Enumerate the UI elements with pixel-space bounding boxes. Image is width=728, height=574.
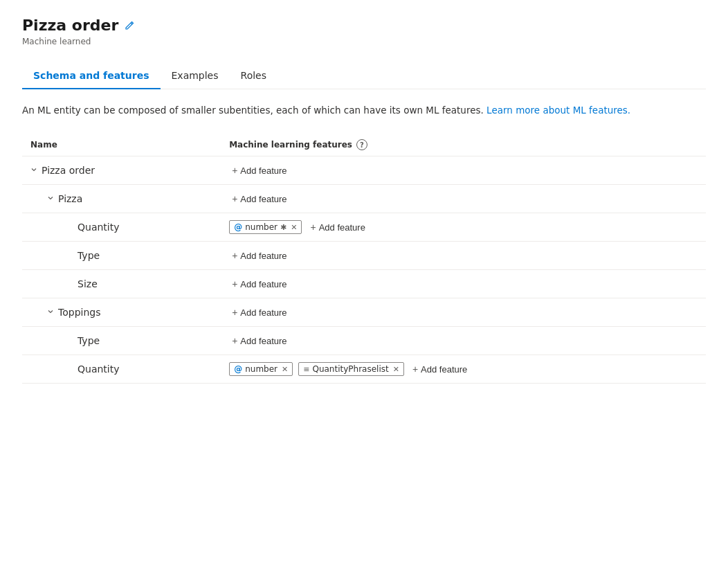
- row-features-cell: @number✱✕+Add feature: [221, 213, 706, 242]
- plus-icon: +: [232, 278, 237, 289]
- plus-icon: +: [310, 222, 316, 233]
- plus-icon: +: [232, 250, 237, 261]
- remove-feature-button[interactable]: ✕: [393, 365, 399, 374]
- row-name-label: Quantity: [78, 222, 120, 233]
- table-row: Type+Add feature: [22, 242, 706, 270]
- tab-schema-features[interactable]: Schema and features: [22, 63, 161, 89]
- row-name-cell: Type: [22, 242, 221, 270]
- chevron-down-icon[interactable]: [47, 195, 54, 204]
- table-row: Toppings+Add feature: [22, 298, 706, 327]
- table-row: Size+Add feature: [22, 270, 706, 298]
- row-name-label: Type: [78, 335, 100, 346]
- add-feature-button[interactable]: +Add feature: [229, 192, 289, 206]
- row-name-label: Type: [78, 250, 100, 261]
- add-feature-label: Add feature: [319, 222, 365, 233]
- page-subtitle: Machine learned: [22, 37, 706, 46]
- row-name-label: Size: [78, 278, 98, 289]
- remove-feature-button[interactable]: ✕: [291, 223, 297, 232]
- add-feature-button[interactable]: +Add feature: [229, 249, 289, 262]
- plus-icon: +: [232, 335, 237, 346]
- row-features-cell: +Add feature: [221, 156, 706, 185]
- add-feature-label: Add feature: [240, 307, 286, 318]
- table-row: Pizza order+Add feature: [22, 156, 706, 185]
- add-feature-button[interactable]: +Add feature: [410, 362, 470, 376]
- row-name-cell: Quantity: [22, 213, 221, 242]
- row-name-cell: Pizza order: [22, 156, 221, 185]
- edit-title-icon[interactable]: [124, 20, 135, 31]
- row-name-cell: Toppings: [22, 298, 221, 327]
- tab-bar: Schema and features Examples Roles: [22, 63, 706, 89]
- row-name-cell: Type: [22, 327, 221, 355]
- page-header: Pizza order Machine learned: [22, 17, 706, 46]
- row-features-cell: +Add feature: [221, 242, 706, 270]
- list-icon: ≡: [303, 365, 309, 374]
- feature-tag: ≡QuantityPhraselist✕: [298, 362, 404, 376]
- row-name-label: Quantity: [78, 364, 120, 375]
- description-text: An ML entity can be composed of smaller …: [22, 103, 706, 117]
- at-sign-icon: @: [234, 222, 242, 232]
- schema-table: Name Machine learning features ? Pizza o…: [22, 134, 706, 384]
- add-feature-label: Add feature: [240, 165, 286, 176]
- row-features-cell: +Add feature: [221, 327, 706, 355]
- row-features-cell: +Add feature: [221, 298, 706, 327]
- remove-feature-button[interactable]: ✕: [282, 365, 288, 374]
- col-header-name: Name: [22, 134, 221, 156]
- add-feature-button[interactable]: +Add feature: [229, 277, 289, 291]
- plus-icon: +: [232, 193, 237, 204]
- row-features-cell: +Add feature: [221, 185, 706, 213]
- required-icon: ✱: [280, 223, 286, 232]
- add-feature-label: Add feature: [240, 279, 286, 289]
- table-row: Pizza+Add feature: [22, 185, 706, 213]
- row-features-cell: @number✕≡QuantityPhraselist✕+Add feature: [221, 355, 706, 384]
- add-feature-label: Add feature: [240, 194, 286, 204]
- row-name-cell: Pizza: [22, 185, 221, 213]
- add-feature-button[interactable]: +Add feature: [229, 305, 289, 319]
- plus-icon: +: [232, 165, 237, 176]
- row-features-cell: +Add feature: [221, 270, 706, 298]
- add-feature-label: Add feature: [240, 251, 286, 261]
- table-row: Quantity@number✕≡QuantityPhraselist✕+Add…: [22, 355, 706, 384]
- at-sign-icon: @: [234, 364, 242, 374]
- add-feature-label: Add feature: [240, 336, 286, 346]
- tab-roles[interactable]: Roles: [230, 63, 277, 89]
- chevron-down-icon[interactable]: [47, 308, 54, 317]
- feature-tag: @number✕: [229, 362, 293, 376]
- feature-tag-label: number: [245, 222, 277, 232]
- add-feature-button[interactable]: +Add feature: [307, 220, 367, 234]
- chevron-down-icon[interactable]: [30, 166, 37, 175]
- add-feature-button[interactable]: +Add feature: [229, 334, 289, 348]
- table-row: Type+Add feature: [22, 327, 706, 355]
- row-name-label: Toppings: [58, 307, 100, 318]
- add-feature-button[interactable]: +Add feature: [229, 163, 289, 177]
- row-name-label: Pizza order: [42, 165, 95, 176]
- feature-tag-label: QuantityPhraselist: [312, 364, 388, 374]
- row-name-cell: Size: [22, 270, 221, 298]
- plus-icon: +: [412, 364, 418, 375]
- learn-more-link[interactable]: Learn more about ML features.: [486, 105, 630, 116]
- row-name-label: Pizza: [58, 193, 82, 204]
- add-feature-label: Add feature: [421, 364, 467, 375]
- plus-icon: +: [232, 307, 237, 318]
- table-row: Quantity@number✱✕+Add feature: [22, 213, 706, 242]
- page-title-text: Pizza order: [22, 17, 118, 34]
- tab-examples[interactable]: Examples: [161, 63, 230, 89]
- ml-features-help-icon[interactable]: ?: [356, 139, 367, 150]
- col-header-ml-features: Machine learning features ?: [221, 134, 706, 156]
- page-title-row: Pizza order: [22, 17, 706, 34]
- row-name-cell: Quantity: [22, 355, 221, 384]
- feature-tag: @number✱✕: [229, 220, 302, 234]
- feature-tag-label: number: [245, 364, 277, 374]
